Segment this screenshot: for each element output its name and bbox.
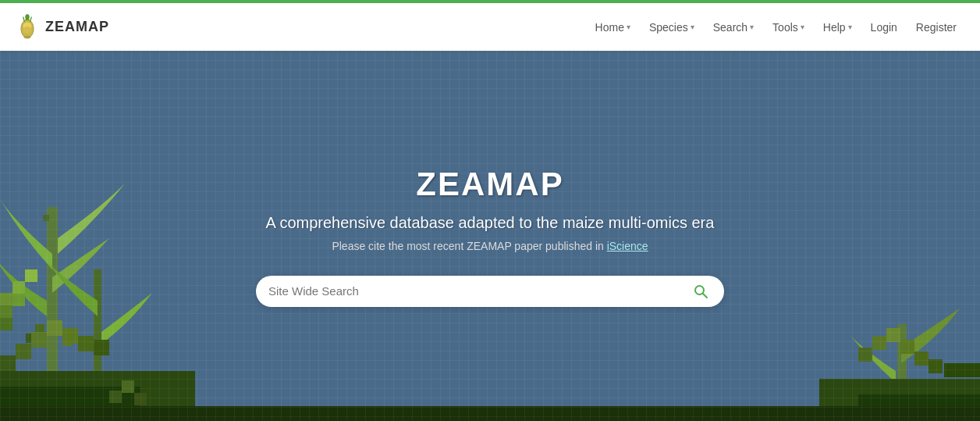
hero-section: ZEAMAP A comprehensive database adapted … bbox=[0, 51, 980, 421]
brand-logo-link[interactable]: ZEAMAP bbox=[16, 13, 109, 41]
hero-cite-text: Please cite the most recent ZEAMAP paper… bbox=[256, 240, 724, 252]
home-dropdown-icon: ▾ bbox=[627, 23, 630, 31]
help-dropdown-icon: ▾ bbox=[848, 23, 852, 31]
nav-item-species[interactable]: Species ▾ bbox=[641, 16, 702, 38]
svg-line-42 bbox=[703, 294, 707, 298]
hero-title: ZEAMAP bbox=[256, 166, 724, 203]
svg-point-5 bbox=[24, 35, 31, 38]
nav-item-search[interactable]: Search ▾ bbox=[705, 16, 762, 38]
brand-logo-icon bbox=[16, 13, 39, 41]
svg-point-2 bbox=[23, 27, 32, 34]
search-icon bbox=[693, 284, 708, 299]
nav-item-help[interactable]: Help ▾ bbox=[815, 16, 860, 38]
brand-name-text: ZEAMAP bbox=[45, 19, 109, 35]
nav-item-home[interactable]: Home ▾ bbox=[588, 16, 638, 38]
nav-item-tools[interactable]: Tools ▾ bbox=[765, 16, 812, 38]
nav-register-link[interactable]: Register bbox=[908, 16, 964, 38]
iscience-link[interactable]: iScience bbox=[607, 240, 648, 252]
search-input[interactable] bbox=[268, 284, 690, 298]
hero-content: ZEAMAP A comprehensive database adapted … bbox=[240, 150, 740, 323]
search-bar bbox=[256, 276, 724, 307]
nav-menu: Home ▾ Species ▾ Search ▾ Tools ▾ Help ▾… bbox=[588, 16, 964, 38]
search-button[interactable] bbox=[690, 280, 712, 302]
search-dropdown-icon: ▾ bbox=[750, 23, 754, 31]
hero-subtitle: A comprehensive database adapted to the … bbox=[256, 214, 724, 232]
navbar: ZEAMAP Home ▾ Species ▾ Search ▾ Tools ▾… bbox=[0, 0, 980, 51]
species-dropdown-icon: ▾ bbox=[691, 23, 694, 31]
nav-login-link[interactable]: Login bbox=[863, 16, 905, 38]
tools-dropdown-icon: ▾ bbox=[801, 23, 804, 31]
